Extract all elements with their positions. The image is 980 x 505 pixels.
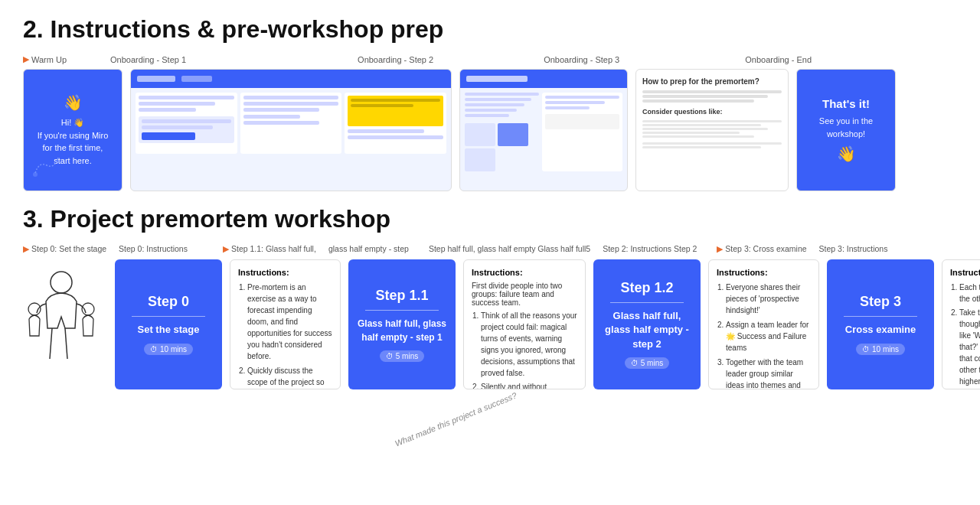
s3-arr-icon-3: ▶ bbox=[717, 244, 723, 253]
end-text: See you in theworkshop! bbox=[819, 115, 873, 140]
step11-inst-title: Instructions: bbox=[472, 268, 577, 277]
s2-side-panel bbox=[542, 93, 622, 171]
s2-text-area bbox=[465, 93, 539, 171]
section2-cards-row: 👋 Hi! 👋 If you're using Miro for the fir… bbox=[23, 69, 957, 191]
onboarding-step3-card: How to prep for the premortem? Consider … bbox=[635, 69, 789, 191]
step0-inst-title: Instructions: bbox=[238, 268, 332, 277]
onboarding2-label: Onboarding - Step 2 bbox=[358, 55, 433, 64]
diagonal-text: What made this project a success? bbox=[394, 390, 518, 448]
timer-icon-step3: ⏱ bbox=[862, 345, 870, 354]
section3: 3. Project premortem workshop ▶ Step 0: … bbox=[23, 205, 957, 420]
step11-blue-card: Step 1.1 Glass half full, glass half emp… bbox=[348, 259, 456, 389]
person-illustration bbox=[23, 259, 107, 389]
s3-arr-icon-2: ▶ bbox=[223, 244, 229, 253]
timer-icon-step11: ⏱ bbox=[386, 352, 394, 360]
scribble-icon bbox=[31, 150, 62, 183]
s3-step3-inst-label: Step 3: Instructions bbox=[819, 244, 900, 253]
warmup-label: ▶ Warm Up bbox=[23, 54, 84, 64]
step0-timer: ⏱ 10 mins bbox=[144, 344, 193, 355]
workshop-cards-row: Step 0 Set the stage ⏱ 10 mins Instructi… bbox=[23, 259, 957, 389]
section2: 2. Instructions & pre-workshop prep ▶ Wa… bbox=[23, 15, 957, 191]
warmup-arrow-icon: ▶ bbox=[23, 54, 29, 64]
mockup-col3 bbox=[345, 93, 446, 154]
step12-name: Glass half full, glass half empty - step… bbox=[601, 309, 693, 351]
s3-step12-label: Step half full, glass half empty Glass h… bbox=[429, 244, 603, 253]
svg-point-1 bbox=[51, 272, 72, 293]
s3-label-row: ▶ Step 0: Set the stage Step 0: Instruct… bbox=[23, 244, 957, 253]
s2-mockup-content bbox=[460, 88, 627, 176]
s3-step11b-label: glass half empty - step bbox=[328, 244, 421, 253]
s3-step0-set-stage-label: ▶ Step 0: Set the stage bbox=[23, 244, 119, 253]
step11-inst-item2: Silently and without discussion each cat… bbox=[481, 381, 577, 389]
diagonal-text-container: What made this project a success? bbox=[23, 389, 957, 420]
s3-step12-inst-label: Step 2: Instructions Step 2 bbox=[603, 244, 709, 253]
step12-instructions-card: Instructions: Everyone shares their piec… bbox=[708, 259, 819, 389]
s3-step11-label: ▶ Step 1.1: Glass half full, bbox=[223, 244, 328, 253]
onboarding-end-card: That's it! See you in theworkshop! 👋 bbox=[796, 69, 896, 191]
timer-icon-step12: ⏱ bbox=[631, 359, 639, 367]
step12-timer: ⏱ 5 mins bbox=[625, 357, 669, 369]
step12-inst-list: Everyone shares their pieces of 'prospec… bbox=[717, 282, 811, 389]
timer-icon-step0: ⏱ bbox=[150, 345, 158, 354]
section2-label-row: ▶ Warm Up Onboarding - Step 1 Onboarding… bbox=[23, 54, 957, 64]
step11-number: Step 1.1 bbox=[375, 288, 428, 304]
mockup-header bbox=[131, 70, 451, 88]
section3-title: 3. Project premortem workshop bbox=[23, 205, 957, 233]
s3-step3-label: ▶ Step 3: Cross examine bbox=[717, 244, 818, 253]
end-emoji: 👋 bbox=[837, 145, 856, 163]
step0-number: Step 0 bbox=[148, 294, 189, 310]
step11-inst-list: Think of all the reasons your project co… bbox=[472, 310, 577, 389]
step0-blue-card: Step 0 Set the stage ⏱ 10 mins bbox=[115, 259, 222, 389]
step0-inst-list: Pre-mortem is an exercise as a way to fo… bbox=[238, 282, 332, 389]
step3-blue-card: Step 3 Cross examine ⏱ 10 mins bbox=[827, 259, 934, 389]
s2-mockup-header bbox=[460, 70, 627, 88]
step11-intro: First divide people into two groups: fai… bbox=[472, 282, 577, 307]
step3-inst-item2: Take turns and ask tough, thought-provok… bbox=[959, 307, 980, 389]
onboarding-step1-card bbox=[130, 69, 452, 191]
step11-inst-item1: Think of all the reasons your project co… bbox=[481, 310, 577, 379]
step3-number: Step 3 bbox=[860, 294, 901, 310]
step3-inst-title: Instructions: bbox=[950, 268, 980, 277]
mockup-col1 bbox=[136, 93, 237, 154]
onboarding-step2-card bbox=[459, 69, 628, 191]
onboarding1-label: Onboarding - Step 1 bbox=[110, 55, 186, 64]
mockup-col2 bbox=[240, 93, 342, 154]
s2-thumbnails bbox=[465, 123, 539, 171]
step0-name: Set the stage bbox=[138, 323, 200, 337]
main-container: 2. Instructions & pre-workshop prep ▶ Wa… bbox=[0, 0, 980, 435]
s3-text-content: How to prep for the premortem? Consider … bbox=[636, 70, 788, 156]
mockup-content bbox=[131, 88, 451, 158]
svg-point-0 bbox=[33, 172, 38, 177]
step11-timer: ⏱ 5 mins bbox=[380, 350, 424, 362]
hi-emoji: 👋 bbox=[64, 93, 83, 112]
end-title: That's it! bbox=[822, 97, 870, 110]
step12-number: Step 1.2 bbox=[620, 280, 673, 296]
step11-name: Glass half full, glass half empty - step… bbox=[356, 317, 448, 344]
step3-instructions-card: Instructions: Each team gets to challeng… bbox=[942, 259, 980, 389]
step3-name: Cross examine bbox=[845, 323, 916, 337]
welcome-card: 👋 Hi! 👋 If you're using Miro for the fir… bbox=[23, 69, 122, 191]
step12-inst-item1: Everyone shares their pieces of 'prospec… bbox=[726, 282, 811, 316]
s3-arr-icon-1: ▶ bbox=[23, 244, 29, 253]
step12-inst-title: Instructions: bbox=[717, 268, 811, 277]
onboarding-end-label: Onboarding - End bbox=[745, 55, 812, 64]
step12-inst-item3: Together with the team leader group simi… bbox=[726, 357, 811, 389]
step12-inst-item2: Assign a team leader for 🌟 Success and F… bbox=[726, 319, 811, 354]
step0-inst-item2: Quickly discuss the scope of the project… bbox=[247, 365, 332, 389]
onboarding3-label: Onboarding - Step 3 bbox=[544, 55, 619, 64]
step0-instructions-card: Instructions: Pre-mortem is an exercise … bbox=[230, 259, 341, 389]
step3-inst-item1: Each team gets to challenge the other. bbox=[959, 282, 980, 305]
step3-inst-list: Each team gets to challenge the other. T… bbox=[950, 282, 980, 389]
step3-timer: ⏱ 10 mins bbox=[856, 344, 905, 355]
step12-blue-card: Step 1.2 Glass half full, glass half emp… bbox=[593, 259, 701, 389]
step11-instructions-card: Instructions: First divide people into t… bbox=[463, 259, 586, 389]
step0-inst-item1: Pre-mortem is an exercise as a way to fo… bbox=[247, 282, 332, 362]
s3-step0-instructions-label: Step 0: Instructions bbox=[119, 244, 200, 253]
section2-title: 2. Instructions & pre-workshop prep bbox=[23, 15, 957, 44]
